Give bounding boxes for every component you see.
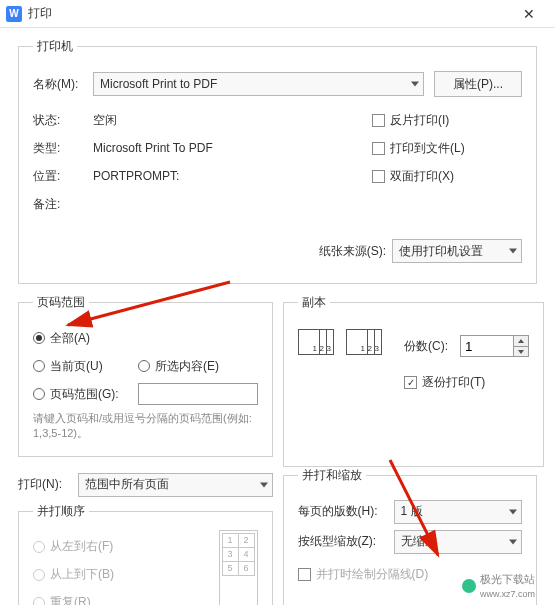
printer-group: 打印机 名称(M): Microsoft Print to PDF 属性(P).… [18, 38, 537, 284]
where-value: PORTPROMPT: [93, 169, 179, 183]
chevron-down-icon [509, 509, 517, 514]
range-current-radio[interactable] [33, 360, 45, 372]
printer-name-select[interactable]: Microsoft Print to PDF [93, 72, 424, 96]
spin-down-button[interactable] [513, 346, 529, 357]
type-value: Microsoft Print To PDF [93, 141, 213, 155]
copies-legend: 副本 [298, 294, 330, 311]
collate-icon: 3 2 1 [298, 329, 340, 375]
close-button[interactable]: ✕ [509, 0, 549, 28]
print-what-label: 打印(N): [18, 476, 78, 493]
flip-checkbox[interactable] [372, 114, 385, 127]
print-what-select[interactable]: 范围中所有页面 [78, 473, 273, 497]
paper-source-label: 纸张来源(S): [319, 243, 386, 260]
order-lr-radio [33, 541, 45, 553]
page-range-input[interactable] [138, 383, 258, 405]
to-file-checkbox[interactable] [372, 142, 385, 155]
chevron-down-icon [411, 82, 419, 87]
status-value: 空闲 [93, 112, 117, 129]
layout-preview-icon: 123456 [219, 530, 258, 605]
range-selection-radio[interactable] [138, 360, 150, 372]
order-repeat-radio [33, 597, 45, 605]
range-hint: 请键入页码和/或用逗号分隔的页码范围(例如: 1,3,5-12)。 [33, 411, 258, 442]
scale-select[interactable]: 无缩放 [394, 530, 523, 554]
type-label: 类型: [33, 140, 93, 157]
status-label: 状态: [33, 112, 93, 129]
collate-icon: 3 2 1 [346, 329, 388, 375]
collate-checkbox[interactable]: ✓ [404, 376, 417, 389]
paper-source-select[interactable]: 使用打印机设置 [392, 239, 522, 263]
dialog-title: 打印 [28, 5, 509, 22]
pages-per-sheet-label: 每页的版数(H): [298, 503, 394, 520]
where-label: 位置: [33, 168, 93, 185]
printer-legend: 打印机 [33, 38, 77, 55]
copies-count-input[interactable] [460, 335, 514, 357]
order-legend: 并打顺序 [33, 503, 89, 520]
range-pages-radio[interactable] [33, 388, 45, 400]
app-icon: W [6, 6, 22, 22]
copies-count-label: 份数(C): [404, 338, 460, 355]
range-all-radio[interactable] [33, 332, 45, 344]
chevron-down-icon [260, 482, 268, 487]
page-range-group: 页码范围 全部(A) 当前页(U) 所选内容(E) 页码范围(G): 请键入页码… [18, 294, 273, 457]
comment-label: 备注: [33, 196, 93, 213]
copies-group: 副本 3 2 1 3 2 1 [283, 294, 544, 467]
chevron-down-icon [509, 539, 517, 544]
range-legend: 页码范围 [33, 294, 89, 311]
watermark-icon [462, 579, 476, 593]
chevron-down-icon [509, 249, 517, 254]
scale-label: 按纸型缩放(Z): [298, 533, 394, 550]
watermark: 极光下载站 www.xz7.com [462, 572, 535, 599]
zoom-legend: 并打和缩放 [298, 467, 366, 484]
draw-line-checkbox [298, 568, 311, 581]
order-group: 并打顺序 从左到右(F) 从上到下(B) 重复(R) 123456 [18, 503, 273, 605]
properties-button[interactable]: 属性(P)... [434, 71, 522, 97]
spin-up-button[interactable] [513, 335, 529, 346]
name-label: 名称(M): [33, 76, 93, 93]
order-tb-radio [33, 569, 45, 581]
pages-per-sheet-select[interactable]: 1 版 [394, 500, 523, 524]
duplex-checkbox[interactable] [372, 170, 385, 183]
